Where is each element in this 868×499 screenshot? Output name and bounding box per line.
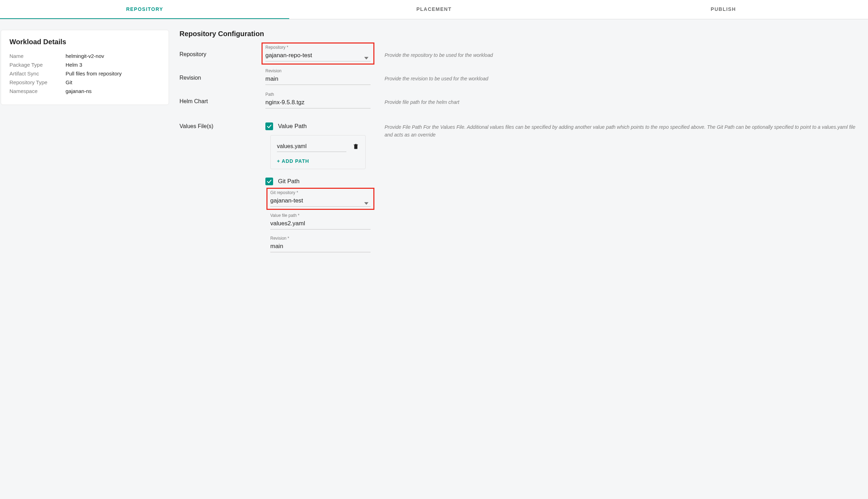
revision-float-label: Revision bbox=[265, 68, 371, 73]
wd-label-artifact-sync: Artifact Sync bbox=[9, 71, 66, 76]
wd-value-namespace: gajanan-ns bbox=[66, 88, 91, 94]
tabs-bar: REPOSITORY PLACEMENT PUBLISH bbox=[0, 0, 868, 19]
value-path-checkbox[interactable] bbox=[265, 122, 273, 130]
helm-chart-float-label: Path bbox=[265, 92, 371, 97]
repo-config-title: Repository Configuration bbox=[179, 30, 857, 38]
wd-value-repo-type: Git bbox=[66, 79, 72, 85]
helm-chart-row-label: Helm Chart bbox=[179, 92, 265, 105]
workload-details-title: Workload Details bbox=[9, 38, 160, 46]
add-path-button[interactable]: + ADD PATH bbox=[277, 158, 309, 164]
revision-row-label: Revision bbox=[179, 68, 265, 81]
value-file-path-float-label: Value file path * bbox=[270, 213, 371, 218]
value-paths-card: + ADD PATH bbox=[270, 135, 366, 169]
wd-label-repo-type: Repository Type bbox=[9, 79, 66, 85]
wd-value-name: helmingit-v2-nov bbox=[66, 53, 104, 59]
wd-value-artifact-sync: Pull files from repository bbox=[66, 71, 122, 76]
repository-float-label: Repository * bbox=[265, 45, 371, 50]
check-icon bbox=[266, 124, 272, 129]
git-repo-float-label: Git repository * bbox=[270, 190, 371, 195]
values-files-row-label: Values File(s) bbox=[179, 122, 265, 129]
wd-label-name: Name bbox=[9, 53, 66, 59]
git-path-checkbox[interactable] bbox=[265, 178, 273, 185]
repository-config-section: Repository Configuration Repository Repo… bbox=[179, 30, 868, 266]
value-path-row bbox=[277, 142, 359, 152]
trash-icon bbox=[353, 143, 359, 150]
repository-row-label: Repository bbox=[179, 45, 265, 58]
wd-value-package-type: Helm 3 bbox=[66, 62, 82, 68]
helm-chart-input[interactable] bbox=[265, 98, 371, 108]
value-path-input[interactable] bbox=[277, 142, 346, 152]
git-revision-float-label: Revision * bbox=[270, 236, 371, 241]
workload-details-card: Workload Details Name helmingit-v2-nov P… bbox=[1, 30, 169, 105]
values-files-help: Provide File Path For the Values File. A… bbox=[371, 122, 857, 139]
delete-path-button[interactable] bbox=[353, 143, 359, 151]
git-repository-select[interactable]: gajanan-test bbox=[270, 196, 371, 207]
revision-input[interactable] bbox=[265, 74, 371, 85]
git-path-checkbox-label: Git Path bbox=[278, 178, 299, 185]
tab-placement[interactable]: PLACEMENT bbox=[289, 0, 578, 19]
wd-label-namespace: Namespace bbox=[9, 88, 66, 94]
git-revision-input[interactable] bbox=[270, 241, 371, 252]
revision-help: Provide the revision to be used for the … bbox=[371, 68, 857, 82]
repository-highlight: Repository * gajanan-repo-test bbox=[262, 42, 374, 65]
repository-select[interactable]: gajanan-repo-test bbox=[265, 51, 371, 61]
git-repository-highlight: Git repository * gajanan-test bbox=[266, 188, 374, 210]
repository-help: Provide the repository to be used for th… bbox=[371, 45, 857, 59]
wd-label-package-type: Package Type bbox=[9, 62, 66, 68]
value-file-path-input[interactable] bbox=[270, 219, 371, 229]
value-path-checkbox-label: Value Path bbox=[278, 123, 307, 130]
tab-publish[interactable]: PUBLISH bbox=[579, 0, 868, 19]
tab-repository[interactable]: REPOSITORY bbox=[0, 0, 289, 19]
check-icon bbox=[266, 179, 272, 184]
helm-chart-help: Provide file path for the helm chart bbox=[371, 92, 857, 106]
